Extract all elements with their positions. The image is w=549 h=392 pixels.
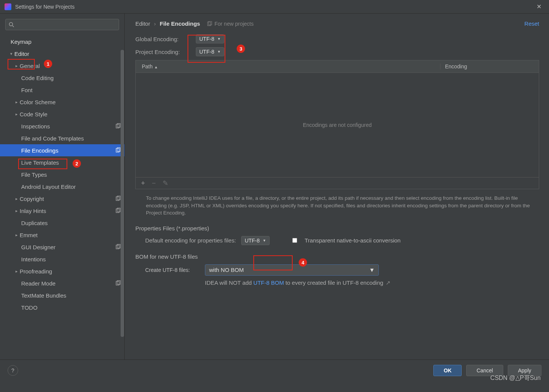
tree-item-label: Font <box>21 87 121 93</box>
properties-encoding-combo[interactable]: UTF-8▼ <box>241 236 270 245</box>
tree-item-label: Editor <box>14 51 121 57</box>
window-title: Settings for New Projects <box>15 4 74 10</box>
table-empty-text: Encodings are not configured <box>136 73 539 177</box>
tree-item-file-types[interactable]: File Types <box>0 168 124 181</box>
properties-section-title: Properties Files (*.properties) <box>135 225 539 231</box>
tree-item-code-style[interactable]: ▸Code Style <box>0 108 124 120</box>
copy-icon <box>115 208 121 214</box>
annotation-badge-3: 3 <box>237 45 245 53</box>
tree-item-code-editing[interactable]: Code Editing <box>0 72 124 84</box>
copy-icon <box>115 196 121 202</box>
tree-item-gui-designer[interactable]: GUI Designer <box>0 241 124 253</box>
tree-item-file-encodings[interactable]: File Encodings <box>0 144 124 156</box>
tree-item-keymap[interactable]: Keymap <box>0 35 124 48</box>
copy-icon <box>207 21 212 26</box>
tree-item-label: TODO <box>21 304 121 311</box>
tree-item-copyright[interactable]: ▸Copyright <box>0 193 124 205</box>
search-icon <box>9 22 14 27</box>
copy-icon <box>115 123 121 130</box>
tree-item-label: GUI Designer <box>21 244 115 250</box>
bom-note: IDEA will NOT add UTF-8 BOM to every cre… <box>205 279 539 286</box>
search-input[interactable] <box>5 19 119 30</box>
close-icon[interactable]: ✕ <box>533 2 544 12</box>
tree-item-label: File and Code Templates <box>21 135 121 142</box>
tree-item-todo[interactable]: TODO <box>0 301 124 313</box>
tree-item-label: Code Style <box>20 111 121 117</box>
tree-item-font[interactable]: Font <box>0 84 124 96</box>
tree-item-label: Duplicates <box>21 220 121 226</box>
breadcrumb-leaf: File Encodings <box>160 20 200 27</box>
titlebar: Settings for New Projects ✕ <box>0 0 549 14</box>
column-path[interactable]: Path ▲ <box>136 63 440 69</box>
reset-link[interactable]: Reset <box>524 20 539 27</box>
ok-button[interactable]: OK <box>433 365 462 376</box>
settings-tree: Keymap▾Editor▸GeneralCode EditingFont▸Co… <box>0 35 124 313</box>
create-utf8-combo[interactable]: with NO BOM ▼ <box>205 264 379 276</box>
tree-item-label: Live Templates <box>21 159 121 166</box>
tree-item-label: Keymap <box>11 39 121 45</box>
tree-item-color-scheme[interactable]: ▸Color Scheme <box>0 96 124 108</box>
tree-item-reader-mode[interactable]: Reader Mode <box>0 277 124 289</box>
tree-item-label: File Types <box>21 171 121 178</box>
chevron-right-icon: ▸ <box>14 269 20 274</box>
properties-encoding-label: Default encoding for properties files: <box>145 237 236 244</box>
tree-item-label: Reader Mode <box>21 280 115 287</box>
tree-item-duplicates[interactable]: Duplicates <box>0 217 124 229</box>
search-field[interactable] <box>16 22 116 28</box>
tree-item-textmate-bundles[interactable]: TextMate Bundles <box>0 289 124 301</box>
bom-section-title: BOM for new UTF-8 files <box>135 253 539 260</box>
tree-item-intentions[interactable]: Intentions <box>0 253 124 265</box>
chevron-down-icon: ▼ <box>217 37 221 41</box>
project-encoding-combo[interactable]: UTF-8▼ <box>196 47 224 56</box>
scrollbar-thumb[interactable] <box>121 50 124 337</box>
annotation-badge-4: 4 <box>299 258 307 267</box>
remove-icon[interactable]: − <box>152 179 156 187</box>
tree-item-live-templates[interactable]: Live Templates <box>0 156 124 168</box>
chevron-right-icon: ▸ <box>14 112 20 117</box>
tree-item-label: Inspections <box>21 123 115 130</box>
chevron-down-icon: ▼ <box>217 50 221 54</box>
chevron-down-icon: ▾ <box>8 51 14 56</box>
tree-item-label: TextMate Bundles <box>21 292 121 299</box>
watermark: CSDN @△P哥Sun <box>490 374 541 382</box>
chevron-down-icon: ▼ <box>263 239 266 242</box>
global-encoding-label: Global Encoding: <box>135 36 192 42</box>
copy-icon <box>115 147 121 154</box>
footer: ? OK Cancel Apply <box>0 360 549 381</box>
project-encoding-label: Project Encoding: <box>135 49 192 55</box>
tree-item-emmet[interactable]: ▸Emmet <box>0 229 124 241</box>
tree-item-android-layout-editor[interactable]: Android Layout Editor <box>0 181 124 193</box>
add-icon[interactable]: + <box>141 179 145 187</box>
encodings-table: Path ▲ Encoding Encodings are not config… <box>135 60 539 189</box>
global-encoding-combo[interactable]: UTF-8▼ <box>196 34 224 43</box>
svg-point-0 <box>9 23 13 26</box>
external-link-icon: ↗ <box>386 279 391 286</box>
tree-item-label: Copyright <box>20 196 115 202</box>
app-icon <box>5 3 11 10</box>
tree-item-inspections[interactable]: Inspections <box>0 120 124 132</box>
tree-item-general[interactable]: ▸General <box>0 60 124 72</box>
column-encoding[interactable]: Encoding <box>440 63 539 69</box>
utf8-bom-link[interactable]: UTF-8 BOM <box>253 279 284 286</box>
tree-item-editor[interactable]: ▾Editor <box>0 48 124 60</box>
annotation-badge-2: 2 <box>73 159 81 168</box>
chevron-down-icon: ▼ <box>369 267 375 273</box>
edit-icon[interactable]: ✎ <box>163 179 168 187</box>
tree-item-label: Color Scheme <box>20 99 121 105</box>
help-button[interactable]: ? <box>8 365 18 376</box>
tree-item-proofreading[interactable]: ▸Proofreading <box>0 265 124 277</box>
breadcrumb-root: Editor <box>135 20 150 27</box>
tree-item-file-and-code-templates[interactable]: File and Code Templates <box>0 132 124 144</box>
tree-item-label: Intentions <box>21 256 121 262</box>
tree-item-label: General <box>20 63 121 69</box>
native-ascii-label: Transparent native-to-ascii conversion <box>305 237 401 244</box>
chevron-right-icon: ▸ <box>14 208 20 213</box>
description-text: To change encoding IntelliJ IDEA uses fo… <box>146 194 534 217</box>
copy-icon <box>115 280 121 287</box>
native-ascii-checkbox[interactable] <box>292 238 297 243</box>
svg-line-1 <box>12 26 14 27</box>
copy-icon <box>115 244 121 250</box>
tree-item-inlay-hints[interactable]: ▸Inlay Hints <box>0 205 124 217</box>
tree-item-label: Android Layout Editor <box>21 184 121 190</box>
scope-hint: For new projects <box>207 21 253 27</box>
